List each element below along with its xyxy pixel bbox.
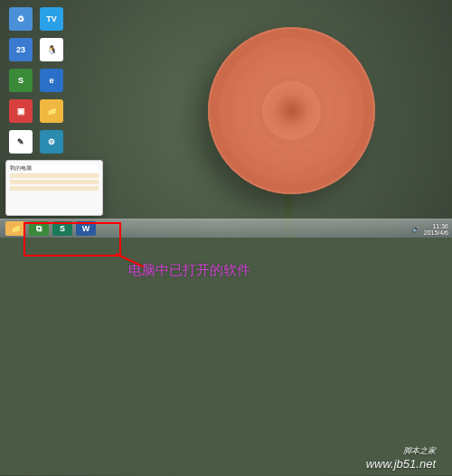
taskbar-preview[interactable]: 我的电脑 xyxy=(5,160,103,216)
watermark-site: www.jb51.net xyxy=(366,457,436,471)
taskbar-button-blue[interactable]: W xyxy=(76,221,96,236)
watermark: 脚本之家 www.jb51.net xyxy=(366,445,436,471)
preview-title: 我的电脑 xyxy=(10,164,99,172)
desktop-icon-folder[interactable]: 📁 xyxy=(40,99,63,123)
desktop-icon-app-s[interactable]: S xyxy=(9,69,33,92)
clock-time: 11:36 xyxy=(432,223,448,229)
taskbar[interactable]: 📁⧉SW 🔊 11:36 2015/4/6 xyxy=(0,219,452,238)
flower xyxy=(208,27,375,194)
screenshot-top: ♻TV23🐧Se▣📁✎⚙🐧PW❀ 我的电脑 📁⧉SW 🔊 11:36 2015/… xyxy=(0,0,452,238)
tray-sound-icon[interactable]: 🔊 xyxy=(412,226,420,233)
desktop-icon-app-g[interactable]: ⚙ xyxy=(40,130,63,154)
desktop-icon-app-u[interactable]: ▣ xyxy=(9,99,33,123)
desktop-icon-recycle[interactable]: ♻ xyxy=(9,7,33,31)
desktop-icon-app-tv[interactable]: TV xyxy=(40,7,63,31)
annotation-text: 电脑中已打开的软件 xyxy=(128,262,250,279)
taskbar-button-teal[interactable]: S xyxy=(52,221,72,236)
taskbar-button-folder[interactable]: 📁 xyxy=(5,221,25,236)
watermark-label: 脚本之家 xyxy=(366,445,436,457)
desktop-icon-app-qq[interactable]: 🐧 xyxy=(40,38,63,61)
taskbar-button-green[interactable]: ⧉ xyxy=(29,221,49,236)
desktop-icon-app-2345[interactable]: 23 xyxy=(9,38,33,61)
clock-date: 2015/4/6 xyxy=(424,229,448,236)
desktop-icon-app-pen[interactable]: ✎ xyxy=(9,130,33,154)
desktop-icon-app-ie[interactable]: e xyxy=(40,69,63,92)
system-tray[interactable]: 🔊 11:36 2015/4/6 xyxy=(412,223,448,236)
